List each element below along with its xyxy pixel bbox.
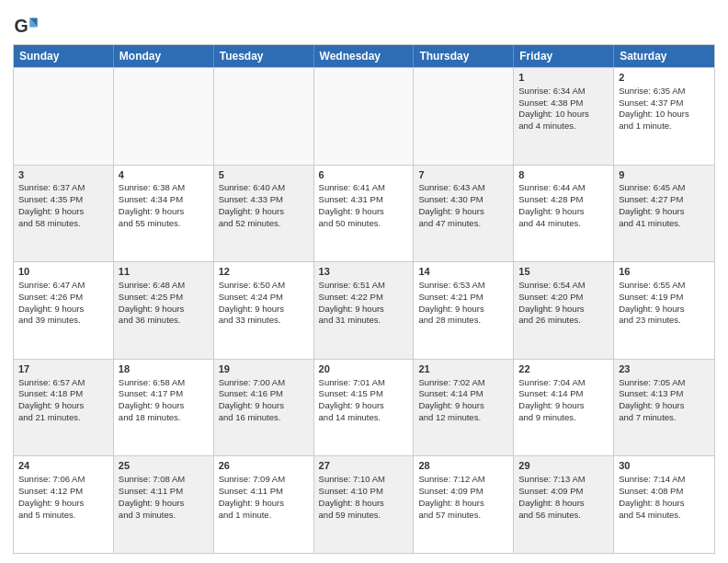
day-info-line: and 41 minutes. xyxy=(619,218,710,230)
day-number: 6 xyxy=(319,168,409,182)
day-number: 13 xyxy=(319,265,409,279)
calendar-cell-day-15: 15Sunrise: 6:54 AMSunset: 4:20 PMDayligh… xyxy=(514,262,614,359)
day-info-line: Sunset: 4:31 PM xyxy=(319,194,409,206)
calendar-cell-day-16: 16Sunrise: 6:55 AMSunset: 4:19 PMDayligh… xyxy=(614,262,714,359)
calendar-cell-day-13: 13Sunrise: 6:51 AMSunset: 4:22 PMDayligh… xyxy=(314,262,415,359)
day-info-line: Sunset: 4:17 PM xyxy=(119,388,209,400)
day-number: 1 xyxy=(518,71,609,85)
calendar-header: SundayMondayTuesdayWednesdayThursdayFrid… xyxy=(14,45,714,67)
calendar-cell-empty-0-3 xyxy=(314,68,415,165)
day-info-line: Sunset: 4:18 PM xyxy=(18,388,108,400)
day-info-line: Daylight: 9 hours xyxy=(18,304,108,316)
day-number: 14 xyxy=(418,265,508,279)
calendar-cell-day-5: 5Sunrise: 6:40 AMSunset: 4:33 PMDaylight… xyxy=(214,166,314,262)
day-info-line: Sunrise: 6:50 AM xyxy=(219,280,309,292)
day-info-line: Daylight: 10 hours xyxy=(619,109,710,121)
day-info-line: Sunrise: 6:43 AM xyxy=(418,182,508,194)
day-info-line: Daylight: 9 hours xyxy=(319,304,409,316)
calendar-cell-day-17: 17Sunrise: 6:57 AMSunset: 4:18 PMDayligh… xyxy=(14,360,114,456)
header: G xyxy=(13,9,715,39)
day-info-line: and 59 minutes. xyxy=(319,510,409,522)
calendar-cell-day-25: 25Sunrise: 7:08 AMSunset: 4:11 PMDayligh… xyxy=(114,456,214,553)
calendar-cell-empty-0-2 xyxy=(214,68,314,165)
day-number: 11 xyxy=(119,265,209,279)
day-info-line: Daylight: 9 hours xyxy=(219,400,309,412)
day-info-line: Sunset: 4:14 PM xyxy=(518,388,609,400)
calendar-cell-day-7: 7Sunrise: 6:43 AMSunset: 4:30 PMDaylight… xyxy=(414,166,514,262)
day-info-line: and 55 minutes. xyxy=(119,218,209,230)
day-info-line: Sunrise: 6:47 AM xyxy=(18,280,108,292)
day-number: 29 xyxy=(518,459,609,473)
day-info-line: Sunset: 4:13 PM xyxy=(619,388,710,400)
day-info-line: Daylight: 9 hours xyxy=(219,304,309,316)
day-info-line: and 4 minutes. xyxy=(518,121,609,132)
calendar-row-0: 1Sunrise: 6:34 AMSunset: 4:38 PMDaylight… xyxy=(14,67,714,165)
calendar-cell-empty-0-4 xyxy=(414,68,514,165)
calendar-cell-day-24: 24Sunrise: 7:06 AMSunset: 4:12 PMDayligh… xyxy=(14,456,114,553)
day-info-line: and 1 minute. xyxy=(219,510,309,522)
day-info-line: Sunrise: 6:55 AM xyxy=(619,280,710,292)
day-info-line: Sunrise: 6:54 AM xyxy=(518,280,609,292)
day-number: 5 xyxy=(219,168,309,182)
day-info-line: Daylight: 9 hours xyxy=(18,206,108,218)
calendar-cell-day-27: 27Sunrise: 7:10 AMSunset: 4:10 PMDayligh… xyxy=(314,456,415,553)
day-info-line: Sunrise: 6:35 AM xyxy=(619,86,710,98)
day-number: 16 xyxy=(619,265,710,279)
day-number: 15 xyxy=(518,265,609,279)
calendar-body: 1Sunrise: 6:34 AMSunset: 4:38 PMDaylight… xyxy=(14,67,714,553)
calendar-cell-day-28: 28Sunrise: 7:12 AMSunset: 4:09 PMDayligh… xyxy=(414,456,514,553)
day-number: 10 xyxy=(18,265,108,279)
day-info-line: Sunset: 4:38 PM xyxy=(518,98,609,109)
calendar-cell-day-1: 1Sunrise: 6:34 AMSunset: 4:38 PMDaylight… xyxy=(514,68,614,165)
calendar-row-2: 10Sunrise: 6:47 AMSunset: 4:26 PMDayligh… xyxy=(14,261,714,359)
calendar-cell-empty-0-0 xyxy=(14,68,114,165)
calendar: SundayMondayTuesdayWednesdayThursdayFrid… xyxy=(13,44,715,554)
day-info-line: Sunset: 4:28 PM xyxy=(518,194,609,206)
calendar-cell-day-8: 8Sunrise: 6:44 AMSunset: 4:28 PMDaylight… xyxy=(514,166,614,262)
day-info-line: Sunset: 4:34 PM xyxy=(119,194,209,206)
day-info-line: Sunrise: 7:08 AM xyxy=(119,474,209,486)
day-info-line: and 14 minutes. xyxy=(319,412,409,424)
day-info-line: and 26 minutes. xyxy=(518,315,609,327)
day-info-line: Daylight: 9 hours xyxy=(18,498,108,510)
day-number: 23 xyxy=(619,362,710,376)
day-info-line: Sunrise: 7:06 AM xyxy=(18,474,108,486)
header-day-friday: Friday xyxy=(514,45,614,67)
day-info-line: Daylight: 8 hours xyxy=(619,498,710,510)
day-info-line: Sunrise: 6:51 AM xyxy=(319,280,409,292)
calendar-cell-day-29: 29Sunrise: 7:13 AMSunset: 4:09 PMDayligh… xyxy=(514,456,614,553)
day-number: 30 xyxy=(619,459,710,473)
day-info-line: Daylight: 9 hours xyxy=(219,206,309,218)
day-info-line: Sunset: 4:19 PM xyxy=(619,292,710,304)
calendar-cell-day-22: 22Sunrise: 7:04 AMSunset: 4:14 PMDayligh… xyxy=(514,360,614,456)
day-info-line: Sunrise: 6:34 AM xyxy=(518,86,609,98)
day-info-line: Sunrise: 6:37 AM xyxy=(18,182,108,194)
day-info-line: Sunset: 4:15 PM xyxy=(319,388,409,400)
day-info-line: Sunrise: 7:13 AM xyxy=(518,474,609,486)
day-info-line: Daylight: 9 hours xyxy=(518,206,609,218)
day-info-line: Sunrise: 6:45 AM xyxy=(619,182,710,194)
day-info-line: and 58 minutes. xyxy=(18,218,108,230)
header-day-saturday: Saturday xyxy=(614,45,714,67)
day-info-line: Sunrise: 7:01 AM xyxy=(319,377,409,389)
header-day-tuesday: Tuesday xyxy=(214,45,314,67)
calendar-cell-day-3: 3Sunrise: 6:37 AMSunset: 4:35 PMDaylight… xyxy=(14,166,114,262)
day-info-line: Sunrise: 7:09 AM xyxy=(219,474,309,486)
day-info-line: Daylight: 9 hours xyxy=(418,304,508,316)
day-info-line: Sunrise: 7:04 AM xyxy=(518,377,609,389)
day-number: 21 xyxy=(418,362,508,376)
day-info-line: Sunset: 4:10 PM xyxy=(319,486,409,498)
day-number: 2 xyxy=(619,71,710,85)
day-info-line: Sunset: 4:26 PM xyxy=(18,292,108,304)
day-info-line: Sunset: 4:11 PM xyxy=(119,486,209,498)
calendar-row-3: 17Sunrise: 6:57 AMSunset: 4:18 PMDayligh… xyxy=(14,359,714,456)
day-info-line: Sunrise: 7:14 AM xyxy=(619,474,710,486)
day-info-line: Sunset: 4:30 PM xyxy=(418,194,508,206)
day-info-line: Daylight: 9 hours xyxy=(418,400,508,412)
calendar-cell-day-9: 9Sunrise: 6:45 AMSunset: 4:27 PMDaylight… xyxy=(614,166,714,262)
day-info-line: Sunrise: 7:10 AM xyxy=(319,474,409,486)
day-info-line: and 50 minutes. xyxy=(319,218,409,230)
day-number: 4 xyxy=(119,168,209,182)
day-info-line: Daylight: 9 hours xyxy=(119,206,209,218)
day-info-line: and 31 minutes. xyxy=(319,315,409,327)
